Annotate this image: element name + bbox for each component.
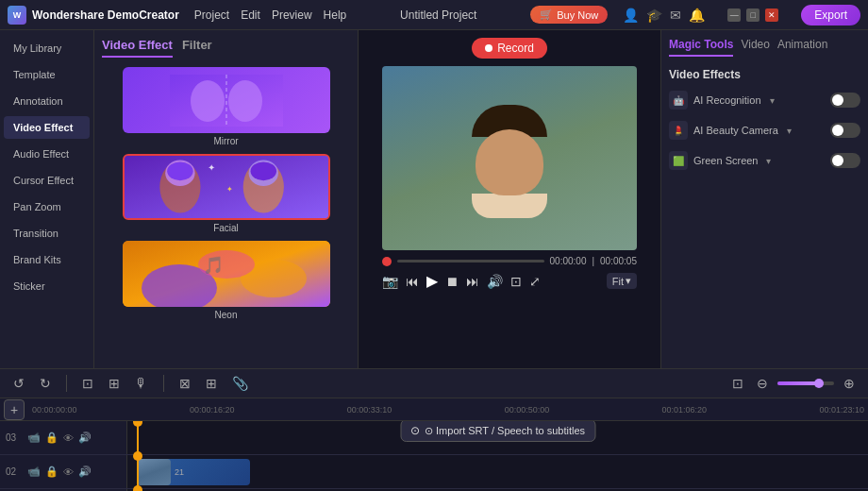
sidebar-item-my-library[interactable]: My Library — [4, 37, 90, 59]
sidebar-item-brand-kits[interactable]: Brand Kits — [4, 248, 90, 271]
zoom-thumb — [814, 379, 824, 388]
zoom-slider[interactable] — [777, 381, 834, 385]
preview-top-bar: Record — [366, 38, 653, 59]
zoom-fit-button[interactable]: ⊡ — [728, 374, 747, 393]
controls-row: 📷 ⏮ ▶ ⏹ ⏭ 🔊 ⊡ ⤢ Fit ▾ — [382, 272, 637, 290]
stop-icon[interactable]: ⏹ — [445, 274, 459, 289]
topbar-icons: 👤 🎓 ✉ 🔔 — [623, 8, 705, 23]
ai-beauty-arrow[interactable]: ▾ — [787, 126, 792, 136]
ai-recognition-arrow[interactable]: ▾ — [770, 95, 775, 106]
fit-label: Fit — [612, 276, 624, 287]
effect-thumb-facial[interactable]: ✦ ✦ — [123, 154, 330, 220]
sidebar-item-pan-zoom[interactable]: Pan Zoom — [4, 195, 90, 218]
crop-icon[interactable]: ⊡ — [510, 274, 522, 289]
bell-icon[interactable]: 🔔 — [689, 8, 705, 23]
layout-button[interactable]: ⊞ — [202, 374, 221, 393]
split-button[interactable]: ⊞ — [105, 374, 124, 393]
track-volume-02[interactable]: 🔊 — [78, 466, 92, 478]
clip-badge-02: 21 — [171, 467, 188, 477]
track-eye-03[interactable]: 👁 — [63, 432, 74, 444]
green-screen-toggle[interactable] — [830, 153, 860, 168]
sidebar-item-annotation[interactable]: Annotation — [4, 90, 90, 112]
play-button[interactable]: ▶ — [426, 272, 438, 290]
ruler-mark-5: 00:01:23:10 — [819, 405, 864, 415]
preview-controls: 00:00:00 | 00:00:05 📷 ⏮ ▶ ⏹ ⏭ 🔊 ⊡ ⤢ Fit — [382, 256, 637, 290]
step-back-icon[interactable]: ⏮ — [406, 274, 419, 289]
track-lock-02[interactable]: 🔒 — [45, 466, 58, 478]
track-lock-03[interactable]: 🔒 — [45, 432, 58, 444]
export-button[interactable]: Export — [801, 5, 860, 25]
ai-beauty-text: AI Beauty Camera — [693, 125, 778, 136]
add-track-button[interactable]: + — [4, 399, 25, 420]
minimize-button[interactable]: — — [727, 8, 741, 22]
green-screen-arrow[interactable]: ▾ — [766, 156, 771, 166]
effect-thumb-mirror[interactable] — [123, 67, 330, 133]
progress-track[interactable] — [397, 260, 544, 262]
effect-item-mirror: Mirror — [102, 67, 350, 146]
maximize-button[interactable]: □ — [746, 8, 760, 22]
grid-button[interactable]: ⊠ — [175, 374, 194, 393]
effect-thumb-neon[interactable]: 🎵 — [123, 241, 330, 307]
sidebar-item-video-effect[interactable]: Video Effect — [4, 116, 90, 139]
toolbar: ↺ ↻ ⊡ ⊞ 🎙 ⊠ ⊞ 📎 ⊡ ⊖ ⊕ — [0, 368, 868, 398]
zoom-in-button[interactable]: ⊕ — [840, 374, 859, 393]
facial-preview-svg: ✦ ✦ — [125, 154, 328, 220]
clip-thumb-02 — [137, 459, 171, 485]
menu-edit[interactable]: Edit — [241, 8, 260, 22]
mail-icon[interactable]: ✉ — [670, 8, 681, 23]
track-volume-03[interactable]: 🔊 — [78, 432, 92, 444]
menu-bar: Project Edit Preview Help — [194, 8, 346, 22]
playhead — [137, 421, 139, 454]
sidebar-item-sticker[interactable]: Sticker — [4, 275, 90, 297]
hat-icon[interactable]: 🎓 — [646, 8, 662, 23]
ai-recognition-toggle[interactable] — [830, 93, 860, 108]
sidebar: My Library Template Annotation Video Eff… — [0, 30, 94, 368]
user-icon[interactable]: 👤 — [623, 8, 639, 23]
volume-icon[interactable]: 🔊 — [487, 274, 503, 289]
ruler-mark-0: 00:00:00:00 — [32, 405, 77, 415]
top-bar: W Wondershare DemoCreator Project Edit P… — [0, 0, 868, 30]
menu-project[interactable]: Project — [194, 8, 229, 22]
fit-dropdown[interactable]: Fit ▾ — [607, 273, 637, 289]
ruler-mark-3: 00:00:50:00 — [505, 405, 550, 415]
right-panel-tabs: Magic Tools Video Animation — [669, 38, 860, 57]
effect-label-mirror: Mirror — [213, 136, 238, 146]
sidebar-item-audio-effect[interactable]: Audio Effect — [4, 143, 90, 165]
fullscreen-icon[interactable]: ⤢ — [529, 274, 541, 289]
track-eye-02[interactable]: 👁 — [63, 466, 74, 478]
step-forward-icon[interactable]: ⏭ — [466, 274, 479, 289]
screenshot-icon[interactable]: 📷 — [382, 274, 398, 289]
sidebar-item-transition[interactable]: Transition — [4, 222, 90, 245]
tab-filter[interactable]: Filter — [182, 38, 212, 58]
tab-video-effect[interactable]: Video Effect — [102, 38, 173, 58]
svg-text:🎵: 🎵 — [203, 255, 225, 276]
progress-bar-container: 00:00:00 | 00:00:05 — [382, 256, 637, 266]
attach-button[interactable]: 📎 — [228, 374, 252, 393]
menu-preview[interactable]: Preview — [272, 8, 312, 22]
track-clip-02[interactable]: 21 — [137, 459, 250, 485]
svg-point-10 — [250, 161, 275, 180]
track-area-02[interactable]: 21 — [127, 455, 868, 488]
ai-beauty-toggle[interactable] — [830, 123, 860, 138]
sidebar-item-template[interactable]: Template — [4, 63, 90, 86]
playback-controls: 📷 ⏮ ▶ ⏹ ⏭ 🔊 ⊡ ⤢ — [382, 272, 541, 290]
menu-help[interactable]: Help — [324, 8, 347, 22]
redo-button[interactable]: ↻ — [36, 374, 55, 393]
tab-video[interactable]: Video — [741, 38, 769, 57]
undo-button[interactable]: ↺ — [9, 374, 28, 393]
record-voice-button[interactable]: 🎙 — [131, 374, 152, 393]
playhead-marker-02 — [133, 451, 142, 461]
sidebar-item-cursor-effect[interactable]: Cursor Effect — [4, 169, 90, 192]
tab-animation[interactable]: Animation — [777, 38, 827, 57]
trim-button[interactable]: ⊡ — [78, 374, 97, 393]
tab-magic-tools[interactable]: Magic Tools — [669, 38, 733, 57]
track-area-03[interactable]: ⊙ ⊙ Import SRT / Speech to subtitles — [127, 421, 868, 454]
import-srt-tooltip[interactable]: ⊙ ⊙ Import SRT / Speech to subtitles — [400, 421, 595, 442]
record-button[interactable]: Record — [472, 38, 547, 59]
zoom-out-button[interactable]: ⊖ — [753, 374, 772, 393]
face — [467, 97, 552, 220]
zoom-fill — [777, 381, 817, 385]
close-button[interactable]: ✕ — [765, 8, 778, 22]
green-screen-icon: 🟩 — [669, 151, 688, 170]
buy-now-button[interactable]: 🛒 Buy Now — [530, 6, 608, 24]
